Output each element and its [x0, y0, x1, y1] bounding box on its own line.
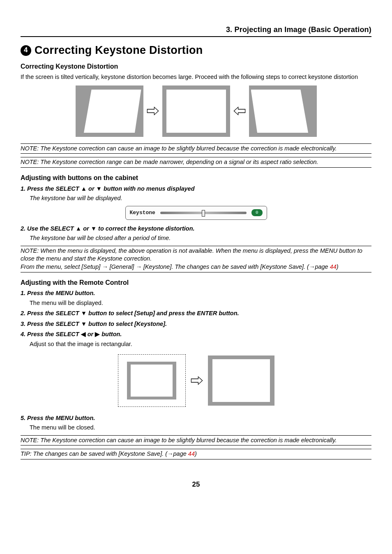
step-text: 1. Press the SELECT — [21, 185, 81, 192]
subheading-correcting: Correcting Keystone Distortion — [21, 62, 371, 71]
rectangular-figure-row — [21, 354, 371, 407]
page-ref-link[interactable]: 44 — [330, 263, 337, 270]
step-text: 4. Press the SELECT — [21, 331, 81, 337]
keystone-bar-label: Keystone — [130, 209, 155, 217]
keystone-bar-figure: Keystone 0 — [21, 206, 371, 220]
note-keystone-blur-1: NOTE: The Keystone correction can cause … — [21, 143, 371, 154]
step-text: or — [87, 185, 96, 192]
triangle-down-icon: ▼ — [81, 310, 87, 316]
rc-step-4-sub: Adjust so that the image is rectangular. — [30, 340, 371, 349]
arrow-left-icon — [233, 105, 247, 117]
triangle-down-icon: ▼ — [96, 185, 102, 192]
section-title-text: Correcting Keystone Distortion — [35, 43, 203, 58]
step-text: 2. Press the SELECT — [21, 310, 81, 316]
cabinet-step-1-sub: The keystone bar will be displayed. — [30, 194, 371, 203]
subheading-remote: Adjusting with the Remote Control — [21, 278, 371, 287]
keystone-bar: Keystone 0 — [125, 206, 267, 220]
note-keystone-blur-2: NOTE: The Keystone correction can cause … — [21, 435, 371, 446]
inner-white-rect — [131, 365, 173, 397]
keystone-frame-center — [162, 85, 230, 137]
subheading-cabinet: Adjusting with buttons on the cabinet — [21, 173, 371, 182]
step-text: button to select [Setup] and press the E… — [87, 310, 239, 316]
step-text: button. — [100, 331, 122, 337]
keystone-frame-left — [76, 85, 143, 137]
keystone-bar-value: 0 — [251, 209, 263, 216]
triangle-right-icon: ▶ — [95, 331, 100, 337]
cabinet-step-1: 1. Press the SELECT ▲ or ▼ button with n… — [21, 185, 371, 193]
section-title: 4 Correcting Keystone Distortion — [21, 43, 371, 58]
tip-text: TIP: The changes can be saved with [Keys… — [21, 450, 188, 457]
arrow-right-icon — [146, 105, 160, 117]
dotted-frame — [118, 354, 186, 407]
step-text: 2. Use the SELECT — [21, 225, 76, 232]
page-ref-link[interactable]: 44 — [188, 450, 195, 457]
chapter-header: 3. Projecting an Image (Basic Operation) — [21, 25, 371, 37]
note-menu-displayed: NOTE: When the menu is displayed, the ab… — [21, 246, 371, 272]
rc-step-4: 4. Press the SELECT ◀ or ▶ button. — [21, 330, 371, 339]
section-number-icon: 4 — [21, 45, 31, 56]
rc-step-5: 5. Press the MENU button. — [21, 414, 371, 422]
rc-step-2: 2. Press the SELECT ▼ button to select [… — [21, 309, 371, 318]
rc-step-3: 3. Press the SELECT ▼ button to select [… — [21, 320, 371, 328]
solid-inner-rect — [212, 359, 270, 402]
note-text: ) — [337, 263, 339, 270]
rc-step-1-sub: The menu will be displayed. — [30, 299, 371, 307]
keystone-frame-right — [249, 85, 317, 137]
keystone-bar-track — [160, 212, 247, 214]
triangle-left-icon: ◀ — [81, 331, 86, 337]
step-text: or — [86, 331, 95, 337]
note-line: NOTE: When the menu is displayed, the ab… — [21, 247, 371, 263]
triangle-up-icon: ▲ — [76, 225, 81, 232]
keystone-figure-row — [21, 85, 371, 137]
arrow-right-icon — [190, 375, 204, 386]
step-text: or — [81, 225, 91, 232]
rc-step-5-sub: The menu will be closed. — [30, 424, 371, 432]
step-text: button with no menus displayed — [102, 185, 195, 192]
tip-text: ) — [195, 450, 197, 457]
page-number: 25 — [21, 480, 371, 489]
triangle-down-icon: ▼ — [91, 225, 97, 232]
step-text: 3. Press the SELECT — [21, 321, 81, 327]
step-text: button to select [Keystone]. — [87, 321, 167, 327]
solid-frame — [208, 355, 274, 406]
triangle-up-icon: ▲ — [81, 185, 87, 192]
inner-gray-frame — [127, 362, 176, 399]
note-keystone-range: NOTE: The Keystone correction range can … — [21, 157, 371, 168]
triangle-down-icon: ▼ — [81, 321, 87, 327]
body-intro: If the screen is tilted vertically, keys… — [21, 73, 371, 81]
note-line: From the menu, select [Setup] → [General… — [21, 263, 371, 271]
tip-keystone-save: TIP: The changes can be saved with [Keys… — [21, 449, 371, 459]
cabinet-step-2-sub: The keystone bar will be closed after a … — [30, 234, 371, 242]
step-text: to correct the keystone distortion. — [97, 225, 195, 232]
note-text: From the menu, select [Setup] → [General… — [21, 263, 330, 270]
cabinet-step-2: 2. Use the SELECT ▲ or ▼ to correct the … — [21, 225, 371, 233]
rc-step-1: 1. Press the MENU button. — [21, 289, 371, 298]
